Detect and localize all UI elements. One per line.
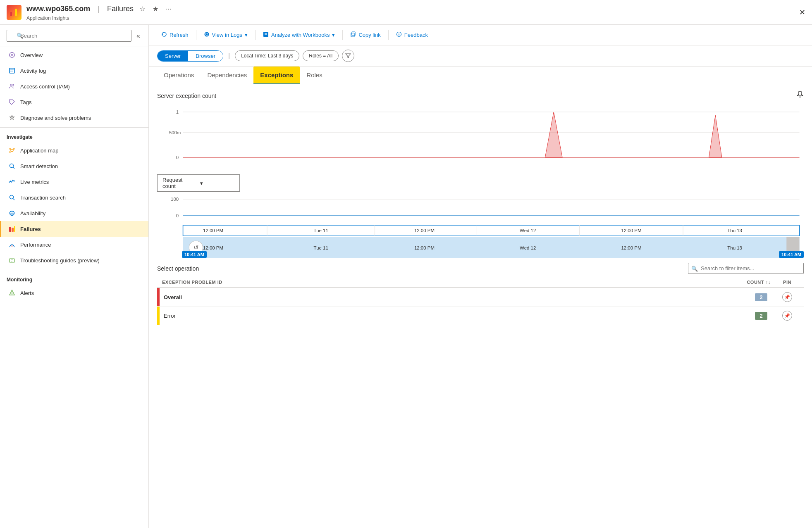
row-pin-error: 📌 bbox=[771, 311, 804, 321]
svg-text:0: 0 bbox=[176, 155, 179, 160]
svg-point-33 bbox=[204, 32, 209, 37]
svg-point-10 bbox=[11, 101, 12, 102]
sidebar-collapse-button[interactable]: « bbox=[135, 31, 142, 41]
sidebar-item-smart-detection[interactable]: Smart detection bbox=[0, 158, 148, 174]
sidebar-item-overview[interactable]: Overview bbox=[0, 47, 148, 63]
availability-icon bbox=[8, 209, 16, 217]
tab-roles[interactable]: Roles bbox=[300, 67, 329, 84]
sidebar-label-application-map: Application map bbox=[20, 147, 59, 154]
toolbar: Refresh View in Logs ▾ Analyze with Work… bbox=[149, 25, 812, 45]
svg-text:500m: 500m bbox=[169, 130, 181, 135]
select-operation-row: Select operation 🔍 bbox=[157, 263, 804, 274]
time-filter-chip[interactable]: Local Time: Last 3 days bbox=[235, 50, 299, 61]
favorite-icon-btn[interactable]: ★ bbox=[151, 3, 160, 14]
chart-title: Server exception count bbox=[157, 93, 216, 99]
chart-metric-dropdown[interactable]: Request count ▾ bbox=[157, 174, 240, 192]
sidebar-item-access-control[interactable]: Access control (IAM) bbox=[0, 78, 148, 94]
svg-text:Tue 11: Tue 11 bbox=[314, 228, 328, 233]
svg-rect-2 bbox=[15, 9, 17, 16]
sidebar-label-live-metrics: Live metrics bbox=[20, 179, 49, 185]
sidebar-search-icon: 🔍 bbox=[17, 33, 23, 39]
application-map-icon bbox=[8, 146, 16, 155]
title-bar-left: www.wpo365.com | Failures ☆ ★ ··· Applic… bbox=[26, 3, 173, 21]
svg-rect-1 bbox=[13, 10, 14, 16]
diagnose-icon bbox=[8, 114, 16, 122]
svg-rect-38 bbox=[352, 32, 355, 36]
app-subtitle: Application Insights bbox=[26, 15, 173, 21]
svg-point-4 bbox=[11, 54, 13, 56]
title-bar: www.wpo365.com | Failures ☆ ★ ··· Applic… bbox=[0, 0, 812, 25]
browser-toggle-btn[interactable]: Browser bbox=[188, 51, 223, 61]
chart-pin-button[interactable] bbox=[796, 91, 804, 100]
server-toggle-btn[interactable]: Server bbox=[158, 51, 188, 61]
filter-funnel-button[interactable] bbox=[342, 50, 354, 62]
title-pipe: | bbox=[98, 5, 100, 13]
sidebar-item-performance[interactable]: Performance bbox=[0, 237, 148, 252]
tab-exceptions[interactable]: Exceptions bbox=[253, 67, 300, 84]
sidebar-label-alerts: Alerts bbox=[20, 290, 34, 296]
svg-point-11 bbox=[11, 149, 13, 152]
tags-icon bbox=[8, 98, 16, 106]
sidebar-item-transaction-search[interactable]: Transaction search bbox=[0, 190, 148, 205]
analyze-icon bbox=[263, 31, 269, 38]
sidebar-item-failures[interactable]: Failures bbox=[0, 221, 148, 237]
sidebar-item-application-map[interactable]: Application map bbox=[0, 143, 148, 158]
svg-rect-35 bbox=[263, 32, 268, 37]
svg-text:12:00 PM: 12:00 PM bbox=[621, 228, 641, 233]
refresh-icon bbox=[161, 31, 167, 38]
timeline-slider[interactable]: ↺ 12:00 PM Tue 11 12:00 PM Wed 12 12:00 … bbox=[157, 237, 804, 258]
chart-metric-chevron: ▾ bbox=[200, 180, 234, 186]
sidebar-item-availability[interactable]: Availability bbox=[0, 205, 148, 221]
view-in-logs-chevron: ▾ bbox=[245, 32, 248, 38]
activity-log-icon bbox=[8, 67, 16, 75]
table-row-overall[interactable]: Overall 2 📌 bbox=[157, 288, 804, 307]
svg-rect-28 bbox=[10, 259, 14, 262]
view-in-logs-button[interactable]: View in Logs ▾ bbox=[200, 29, 252, 41]
copy-link-button[interactable]: Copy link bbox=[346, 29, 385, 41]
svg-rect-5 bbox=[10, 68, 14, 73]
sidebar-label-activity-log: Activity log bbox=[20, 68, 46, 74]
svg-text:12:00 PM: 12:00 PM bbox=[414, 245, 435, 250]
timeline-slider-svg: ↺ 12:00 PM Tue 11 12:00 PM Wed 12 12:00 … bbox=[157, 237, 804, 258]
th-sort-icon[interactable]: ↑↓ bbox=[766, 280, 771, 285]
sidebar-nav: Overview Activity log Access control (IA… bbox=[0, 47, 148, 528]
svg-point-17 bbox=[10, 164, 14, 168]
feedback-button[interactable]: Feedback bbox=[392, 29, 432, 41]
feedback-icon bbox=[396, 31, 402, 38]
pin-icon-btn[interactable]: ☆ bbox=[138, 3, 147, 14]
analyze-button[interactable]: Analyze with Workbooks ▾ bbox=[259, 29, 339, 41]
svg-rect-24 bbox=[9, 227, 11, 232]
table-row-error[interactable]: Error 2 📌 bbox=[157, 307, 804, 325]
troubleshooting-icon bbox=[8, 256, 16, 264]
tabs-row: Operations Dependencies Exceptions Roles bbox=[149, 67, 812, 84]
app-logo bbox=[7, 5, 21, 20]
sidebar-item-tags[interactable]: Tags bbox=[0, 94, 148, 110]
close-button[interactable]: ✕ bbox=[799, 8, 805, 17]
tab-operations[interactable]: Operations bbox=[157, 67, 201, 84]
more-icon-btn[interactable]: ··· bbox=[164, 4, 173, 14]
sidebar-item-activity-log[interactable]: Activity log bbox=[0, 63, 148, 78]
content-area: Refresh View in Logs ▾ Analyze with Work… bbox=[149, 25, 812, 528]
sidebar-item-live-metrics[interactable]: Live metrics bbox=[0, 174, 148, 190]
svg-point-41 bbox=[399, 33, 399, 34]
sidebar-item-troubleshooting[interactable]: Troubleshooting guides (preview) bbox=[0, 252, 148, 268]
filter-search-input[interactable] bbox=[688, 263, 804, 274]
section-investigate: Investigate bbox=[0, 127, 148, 143]
feedback-label: Feedback bbox=[404, 32, 428, 38]
sidebar-item-diagnose[interactable]: Diagnose and solve problems bbox=[0, 110, 148, 126]
pin-button-overall[interactable]: 📌 bbox=[782, 292, 792, 302]
view-in-logs-icon bbox=[204, 31, 210, 38]
exception-count-chart: 1 500m 0 bbox=[157, 104, 804, 171]
sidebar-item-alerts[interactable]: Alerts bbox=[0, 285, 148, 301]
refresh-button[interactable]: Refresh bbox=[157, 29, 193, 41]
svg-text:Wed 12: Wed 12 bbox=[520, 245, 536, 250]
svg-rect-25 bbox=[12, 228, 14, 232]
search-input[interactable] bbox=[7, 30, 131, 42]
pin-button-error[interactable]: 📌 bbox=[782, 311, 792, 321]
copy-link-icon bbox=[350, 31, 356, 38]
roles-filter-chip[interactable]: Roles = All bbox=[303, 50, 339, 61]
sidebar-search-wrap: 🔍 bbox=[7, 30, 131, 42]
svg-text:Thu 13: Thu 13 bbox=[727, 228, 742, 233]
tab-dependencies[interactable]: Dependencies bbox=[201, 67, 253, 84]
svg-text:Tue 11: Tue 11 bbox=[314, 245, 328, 250]
